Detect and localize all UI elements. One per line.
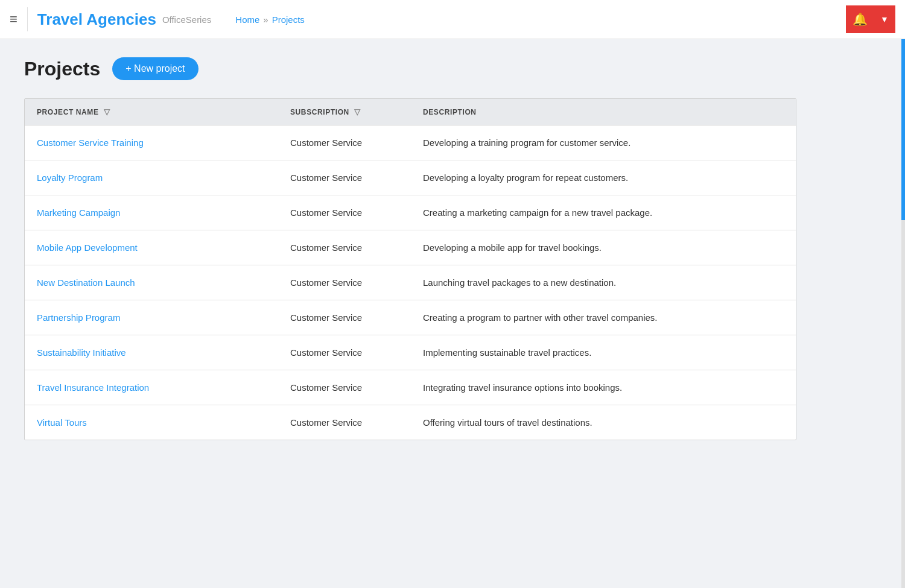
column-header-subscription: SUBSCRIPTION ▽: [278, 99, 411, 125]
chevron-down-icon: ▼: [880, 14, 889, 24]
project-description: Implementing sustainable travel practice…: [411, 335, 796, 370]
project-link[interactable]: Travel Insurance Integration: [37, 382, 149, 393]
scrollbar-thumb: [901, 39, 905, 220]
column-header-name: PROJECT NAME ▽: [25, 99, 278, 125]
table-body: Customer Service TrainingCustomer Servic…: [25, 125, 796, 440]
project-description: Developing a training program for custom…: [411, 125, 796, 160]
filter-icon-subscription[interactable]: ▽: [354, 107, 361, 116]
new-project-button[interactable]: + New project: [112, 57, 198, 80]
project-link[interactable]: Partnership Program: [37, 312, 120, 323]
table-row: Virtual ToursCustomer ServiceOffering vi…: [25, 405, 796, 440]
table-row: Marketing CampaignCustomer ServiceCreati…: [25, 195, 796, 230]
main-content: Projects + New project PROJECT NAME ▽ SU…: [0, 39, 821, 458]
project-subscription: Customer Service: [278, 160, 411, 195]
breadcrumb: Home » Projects: [235, 14, 305, 25]
project-link[interactable]: New Destination Launch: [37, 277, 135, 288]
project-link[interactable]: Virtual Tours: [37, 417, 87, 428]
notification-bell-button[interactable]: 🔔: [846, 5, 874, 33]
project-link[interactable]: Sustainability Initiative: [37, 347, 126, 358]
filter-icon-name[interactable]: ▽: [104, 107, 110, 116]
user-dropdown-button[interactable]: ▼: [874, 5, 895, 33]
project-description: Launching travel packages to a new desti…: [411, 265, 796, 300]
page-header: Projects + New project: [24, 57, 796, 80]
projects-table-container: PROJECT NAME ▽ SUBSCRIPTION ▽ DESCRIPTIO…: [24, 98, 796, 440]
table-row: Sustainability InitiativeCustomer Servic…: [25, 335, 796, 370]
header-actions: 🔔 ▼: [846, 5, 895, 33]
breadcrumb-current: Projects: [272, 14, 305, 25]
table-row: Customer Service TrainingCustomer Servic…: [25, 125, 796, 160]
project-subscription: Customer Service: [278, 300, 411, 335]
projects-table: PROJECT NAME ▽ SUBSCRIPTION ▽ DESCRIPTIO…: [25, 99, 796, 440]
project-subscription: Customer Service: [278, 230, 411, 265]
header-divider: [27, 7, 28, 31]
project-subscription: Customer Service: [278, 195, 411, 230]
project-link[interactable]: Customer Service Training: [37, 138, 144, 148]
project-link[interactable]: Loyalty Program: [37, 172, 103, 183]
app-brand: Travel Agencies: [37, 10, 156, 29]
breadcrumb-separator: »: [263, 14, 268, 25]
project-description: Creating a program to partner with other…: [411, 300, 796, 335]
table-header: PROJECT NAME ▽ SUBSCRIPTION ▽ DESCRIPTIO…: [25, 99, 796, 125]
project-description: Integrating travel insurance options int…: [411, 370, 796, 405]
project-description: Developing a loyalty program for repeat …: [411, 160, 796, 195]
project-link[interactable]: Mobile App Development: [37, 242, 138, 253]
table-row: Loyalty ProgramCustomer ServiceDevelopin…: [25, 160, 796, 195]
column-header-description: DESCRIPTION: [411, 99, 796, 125]
table-row: New Destination LaunchCustomer ServiceLa…: [25, 265, 796, 300]
project-subscription: Customer Service: [278, 125, 411, 160]
project-subscription: Customer Service: [278, 405, 411, 440]
header: ≡ Travel Agencies OfficeSeries Home » Pr…: [0, 0, 905, 39]
table-row: Partnership ProgramCustomer ServiceCreat…: [25, 300, 796, 335]
project-subscription: Customer Service: [278, 370, 411, 405]
project-subscription: Customer Service: [278, 335, 411, 370]
page-title: Projects: [24, 58, 100, 80]
scrollbar[interactable]: [901, 39, 905, 588]
project-link[interactable]: Marketing Campaign: [37, 207, 120, 218]
table-row: Mobile App DevelopmentCustomer ServiceDe…: [25, 230, 796, 265]
project-description: Offering virtual tours of travel destina…: [411, 405, 796, 440]
breadcrumb-home[interactable]: Home: [235, 14, 259, 25]
hamburger-icon[interactable]: ≡: [10, 13, 17, 26]
table-row: Travel Insurance IntegrationCustomer Ser…: [25, 370, 796, 405]
app-subtitle: OfficeSeries: [162, 14, 211, 25]
project-subscription: Customer Service: [278, 265, 411, 300]
bell-icon: 🔔: [853, 12, 868, 27]
project-description: Creating a marketing campaign for a new …: [411, 195, 796, 230]
project-description: Developing a mobile app for travel booki…: [411, 230, 796, 265]
